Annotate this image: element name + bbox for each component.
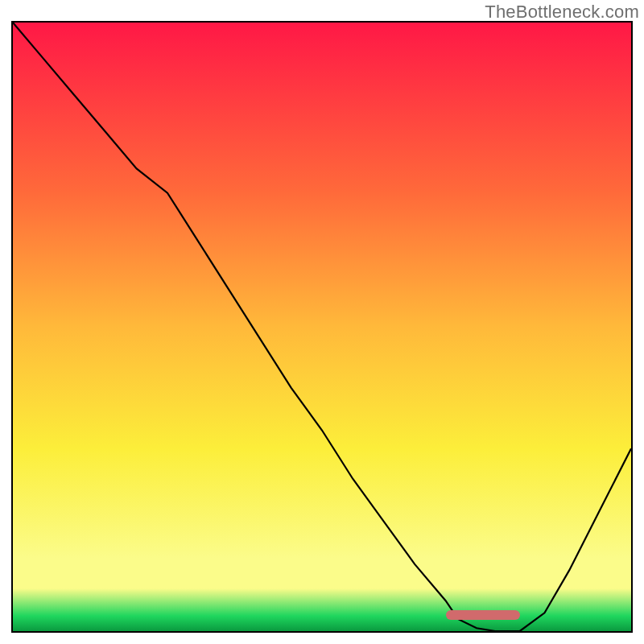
watermark-text: TheBottleneck.com	[485, 2, 639, 23]
bottleneck-chart: TheBottleneck.com	[0, 0, 644, 644]
bottleneck-curve	[13, 23, 631, 631]
plot-frame	[11, 21, 633, 633]
optimal-range-marker	[446, 610, 520, 620]
curve-path	[13, 23, 631, 631]
plot-area	[13, 23, 631, 631]
